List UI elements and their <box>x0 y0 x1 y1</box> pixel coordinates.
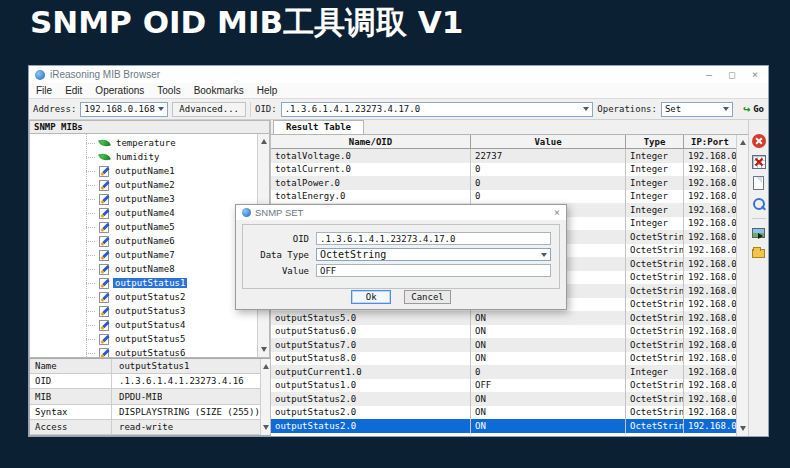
oid-combobox[interactable]: .1.3.6.1.4.1.23273.4.17.0 <box>281 102 594 117</box>
tree-item-outputStatus2[interactable]: outputStatus2 <box>30 290 257 304</box>
table-row[interactable]: outputStatus6.0ONOctetString192.168.0... <box>271 325 736 339</box>
cell-ip: 192.168.0... <box>684 352 736 366</box>
export-icon[interactable] <box>752 228 765 238</box>
tree-item-outputName8[interactable]: outputName8 <box>30 262 257 276</box>
property-row-access[interactable]: Accessread-write <box>30 420 260 435</box>
tree-item-label: outputStatus6 <box>113 348 187 357</box>
leaf-icon <box>98 138 111 149</box>
tree-item-outputStatus6[interactable]: outputStatus6 <box>30 346 257 357</box>
property-row-syntax[interactable]: SyntaxDISPLAYSTRING (SIZE (255)) <box>30 405 260 420</box>
tree-item-outputName7[interactable]: outputName7 <box>30 248 257 262</box>
tree-item-outputStatus5[interactable]: outputStatus5 <box>30 332 257 346</box>
tree-item-outputName5[interactable]: outputName5 <box>30 220 257 234</box>
property-row-oid[interactable]: OID.1.3.6.1.4.1.23273.4.16 <box>30 374 260 389</box>
tab-result-table[interactable]: Result Table <box>273 120 364 134</box>
scroll-down-icon[interactable] <box>740 426 746 434</box>
scroll-down-icon[interactable] <box>261 347 267 355</box>
advanced-button[interactable]: Advanced... <box>172 102 246 117</box>
tree-item-outputName1[interactable]: outputName1 <box>30 164 257 178</box>
folder-icon[interactable] <box>752 249 765 258</box>
tree-item-temperature[interactable]: temperature <box>30 136 257 150</box>
table-row[interactable]: outputStatus2.0ONOctetString192.168.0... <box>271 419 736 433</box>
menu-item-file[interactable]: File <box>36 85 52 96</box>
cell-type: Integer <box>626 203 684 217</box>
scroll-up-icon[interactable] <box>740 137 746 145</box>
table-row[interactable]: outputStatus2.0ONOctetString192.168.0... <box>271 392 736 406</box>
table-row[interactable]: totalPower.00Integer192.168.0... <box>271 176 736 190</box>
toolbar-separator <box>752 218 766 219</box>
cell-ip: 192.168.0... <box>684 163 736 177</box>
search-icon[interactable] <box>752 197 766 211</box>
go-button[interactable]: ↪ Go <box>743 104 764 114</box>
data-type-select[interactable]: OctetString <box>316 248 551 261</box>
tree-item-outputName6[interactable]: outputName6 <box>30 234 257 248</box>
tree-item-outputName3[interactable]: outputName3 <box>30 192 257 206</box>
tree-item-humidity[interactable]: humidity <box>30 150 257 164</box>
table-row[interactable]: totalCurrent.00Integer192.168.0... <box>271 163 736 177</box>
cell-name: outputStatus7.0 <box>271 338 471 352</box>
node-properties: NameoutputStatus1OID.1.3.6.1.4.1.23273.4… <box>30 359 260 435</box>
ok-button[interactable]: Ok <box>351 290 391 304</box>
column-header-1[interactable]: Value <box>471 135 626 149</box>
table-row[interactable]: totalEnergy.00Integer192.168.0... <box>271 190 736 204</box>
edit-pen-icon <box>99 180 109 191</box>
mib-panel: SNMP MIBs temperaturehumidityoutputName1… <box>29 120 270 436</box>
close-icon[interactable]: × <box>554 207 560 218</box>
cell-ip: 192.168.0... <box>684 338 736 352</box>
property-value: DISPLAYSTRING (SIZE (255)) <box>112 407 260 417</box>
cancel-button[interactable]: Cancel <box>404 290 451 304</box>
cell-ip: 192.168.0... <box>684 379 736 393</box>
table-row[interactable]: outputStatus8.0ONOctetString192.168.0... <box>271 352 736 366</box>
cell-name: outputStatus8.0 <box>271 352 471 366</box>
table-scrollbar[interactable] <box>736 135 748 436</box>
scroll-up-icon[interactable] <box>263 361 269 369</box>
scroll-up-icon[interactable] <box>261 136 267 144</box>
dialog-title: SNMP SET <box>255 207 303 218</box>
tree-item-label: outputStatus1 <box>113 278 187 288</box>
tree-item-outputName4[interactable]: outputName4 <box>30 206 257 220</box>
tree-item-outputStatus4[interactable]: outputStatus4 <box>30 318 257 332</box>
close-icon[interactable]: × <box>752 69 758 80</box>
menu-item-bookmarks[interactable]: Bookmarks <box>194 85 244 96</box>
oid-field[interactable] <box>316 232 551 245</box>
address-combobox[interactable]: 192.168.0.168 <box>80 102 168 117</box>
menu-item-edit[interactable]: Edit <box>65 85 82 96</box>
table-row[interactable]: outputStatus7.0ONOctetString192.168.0... <box>271 338 736 352</box>
dialog-body: OID Data Type OctetString Value <box>242 224 560 289</box>
cell-name: outputStatus2.0 <box>271 419 471 433</box>
menu-item-tools[interactable]: Tools <box>157 85 180 96</box>
window-titlebar[interactable]: iReasoning MIB Browser – □ × <box>29 66 768 83</box>
cell-value: ON <box>471 325 626 339</box>
table-row[interactable]: outputStatus1.0OFFOctetString192.168.0..… <box>271 379 736 393</box>
dialog-titlebar[interactable]: SNMP SET × <box>236 205 566 220</box>
edit-pen-icon <box>99 250 109 261</box>
scroll-down-icon[interactable] <box>263 425 269 433</box>
cell-value: OFF <box>471 379 626 393</box>
property-row-mib[interactable]: MIBDPDU-MIB <box>30 389 260 404</box>
cell-type: OctetString <box>626 230 684 244</box>
app-icon <box>242 208 251 217</box>
cell-value: 0 <box>471 365 626 379</box>
menu-item-help[interactable]: Help <box>257 85 278 96</box>
tree-item-outputStatus3[interactable]: outputStatus3 <box>30 304 257 318</box>
minimize-icon[interactable]: – <box>706 69 712 80</box>
operations-combobox[interactable]: Set <box>661 102 733 117</box>
tree-item-outputName2[interactable]: outputName2 <box>30 178 257 192</box>
tree-item-outputStatus1[interactable]: outputStatus1 <box>30 276 257 290</box>
property-row-name[interactable]: NameoutputStatus1 <box>30 359 260 374</box>
stop-icon[interactable] <box>752 134 766 148</box>
column-header-2[interactable]: Type <box>626 135 684 149</box>
menu-item-operations[interactable]: Operations <box>95 85 144 96</box>
doc-icon[interactable] <box>753 176 764 190</box>
table-row[interactable]: totalVoltage.022737Integer192.168.0... <box>271 149 736 163</box>
table-row[interactable]: outputStatus5.0ONOctetString192.168.0... <box>271 311 736 325</box>
column-header-0[interactable]: Name/OID <box>271 135 471 149</box>
table-row[interactable]: outputStatus2.0ONOctetString192.168.0... <box>271 406 736 420</box>
column-header-3[interactable]: IP:Port <box>684 135 736 149</box>
value-field[interactable] <box>316 264 551 277</box>
maximize-icon[interactable]: □ <box>729 69 735 80</box>
table-row[interactable]: outputCurrent1.00Integer192.168.0... <box>271 365 736 379</box>
deltable-icon[interactable] <box>752 155 766 169</box>
result-table-header: Name/OIDValueTypeIP:Port <box>271 135 736 149</box>
cell-value: ON <box>471 311 626 325</box>
